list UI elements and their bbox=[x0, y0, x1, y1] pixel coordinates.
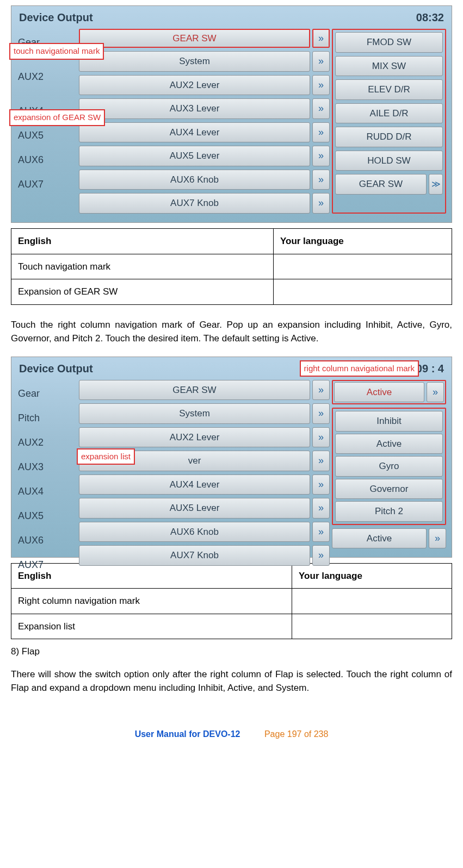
label-aux3: AUX3 bbox=[17, 457, 77, 478]
page-footer: User Manual for DEVO-12 Page 197 of 238 bbox=[11, 728, 452, 741]
td-right-col-nav: Right column navigation mark bbox=[11, 589, 292, 614]
btn-aux5-lever[interactable]: AUX5 Lever bbox=[79, 146, 310, 166]
chevron-icon[interactable]: » bbox=[312, 474, 330, 495]
btn-system[interactable]: System bbox=[79, 403, 310, 424]
label-aux6: AUX6 bbox=[17, 149, 77, 171]
label-aux4: AUX4 bbox=[17, 481, 77, 502]
td-empty bbox=[292, 614, 452, 639]
exp-governor[interactable]: Governor bbox=[335, 479, 443, 499]
chevron-icon[interactable]: » bbox=[312, 193, 330, 214]
btn-active-top[interactable]: Active bbox=[334, 382, 424, 403]
label-aux2: AUX2 bbox=[17, 432, 77, 453]
chevron-icon[interactable]: » bbox=[312, 75, 330, 96]
btn-aux4-lever[interactable]: AUX4 Lever bbox=[79, 122, 310, 143]
label-aux7: AUX7 bbox=[17, 174, 77, 195]
callout-expansion-gear: expansion of GEAR SW bbox=[9, 109, 105, 126]
scroll-down-icon[interactable]: ≫ bbox=[429, 174, 443, 195]
clock: 09 : 4 bbox=[416, 360, 444, 377]
chevron-icon[interactable]: » bbox=[312, 545, 330, 566]
exp-active[interactable]: Active bbox=[335, 434, 443, 454]
paragraph-instruction-1: Touch the right column navigation mark o… bbox=[11, 318, 452, 346]
callout-touch-nav: touch navigational mark bbox=[9, 43, 104, 60]
exp-mix-sw[interactable]: MIX SW bbox=[335, 56, 443, 77]
label-aux6: AUX6 bbox=[17, 530, 77, 551]
label-aux5: AUX5 bbox=[17, 505, 77, 527]
btn-aux5-lever[interactable]: AUX5 Lever bbox=[79, 498, 310, 519]
td-empty bbox=[273, 279, 452, 305]
callout-right-col-nav: right column navigational mark bbox=[300, 360, 419, 377]
chevron-icon[interactable]: » bbox=[312, 451, 330, 471]
exp-gear-sw[interactable]: GEAR SW bbox=[335, 174, 427, 195]
chevron-icon[interactable]: » bbox=[312, 122, 330, 143]
chevron-icon[interactable]: » bbox=[312, 427, 330, 448]
chevron-icon[interactable]: » bbox=[429, 528, 446, 549]
btn-aux6-knob[interactable]: AUX6 Knob bbox=[79, 522, 310, 542]
btn-gear-sw[interactable]: GEAR SW bbox=[79, 380, 310, 401]
th-yourlang: Your language bbox=[273, 229, 452, 254]
expansion-list: FMOD SW MIX SW ELEV D/R AILE D/R RUDD D/… bbox=[332, 29, 446, 214]
chevron-icon[interactable]: » bbox=[427, 382, 444, 403]
footer-manual-title: User Manual for DEVO-12 bbox=[135, 729, 240, 739]
td-touch-nav: Touch navigation mark bbox=[11, 254, 274, 279]
th-english: English bbox=[11, 229, 274, 254]
chevron-icon[interactable]: » bbox=[312, 98, 330, 119]
clock: 08:32 bbox=[416, 9, 444, 26]
chevron-icon[interactable]: » bbox=[312, 522, 330, 542]
exp-hold-sw[interactable]: HOLD SW bbox=[335, 151, 443, 171]
exp-aile-dr[interactable]: AILE D/R bbox=[335, 103, 443, 124]
screenshot-device-output-2: Device Output 09 : 4 right column naviga… bbox=[11, 357, 452, 558]
label-aux5: AUX5 bbox=[17, 125, 77, 146]
footer-page-number: Page 197 of 238 bbox=[264, 729, 328, 739]
switch-col: GEAR SW» System» AUX2 Lever» ver» AUX4 L… bbox=[79, 380, 330, 576]
switch-col: GEAR SW» System» AUX2 Lever» AUX3 Lever»… bbox=[79, 29, 330, 214]
td-expansion-gear: Expansion of GEAR SW bbox=[11, 279, 274, 305]
btn-aux2-lever[interactable]: AUX2 Lever bbox=[79, 75, 310, 96]
btn-aux6-knob[interactable]: AUX6 Knob bbox=[79, 170, 310, 190]
label-aux2: AUX2 bbox=[17, 66, 77, 88]
title-bar: Device Output 08:32 bbox=[11, 6, 452, 27]
screenshot-device-output-1: Device Output 08:32 touch navigational m… bbox=[11, 5, 452, 223]
chevron-icon[interactable]: » bbox=[312, 170, 330, 190]
heading-8-flap: 8) Flap bbox=[11, 645, 452, 659]
window-title: Device Output bbox=[19, 9, 93, 26]
label-blank2 bbox=[17, 91, 77, 97]
btn-aux4-lever[interactable]: AUX4 Lever bbox=[79, 474, 310, 495]
chevron-icon[interactable]: » bbox=[312, 498, 330, 519]
exp-pitch2[interactable]: Pitch 2 bbox=[335, 501, 443, 522]
paragraph-instruction-2: There will show the switch option only a… bbox=[11, 667, 452, 695]
btn-gear-sw[interactable]: GEAR SW bbox=[79, 29, 310, 48]
exp-elev-dr[interactable]: ELEV D/R bbox=[335, 79, 443, 100]
exp-gyro[interactable]: Gyro bbox=[335, 456, 443, 477]
btn-active-bottom[interactable]: Active bbox=[332, 528, 427, 549]
td-expansion-list: Expansion list bbox=[11, 614, 292, 639]
btn-aux2-lever[interactable]: AUX2 Lever bbox=[79, 427, 310, 448]
btn-system[interactable]: System bbox=[79, 51, 310, 72]
td-empty bbox=[273, 254, 452, 279]
label-aux7: AUX7 bbox=[17, 554, 77, 576]
translation-table-1: EnglishYour language Touch navigation ma… bbox=[11, 228, 452, 305]
exp-rudd-dr[interactable]: RUDD D/R bbox=[335, 127, 443, 147]
chevron-icon[interactable]: » bbox=[312, 29, 330, 48]
btn-aux3-lever[interactable]: AUX3 Lever bbox=[79, 98, 310, 119]
right-col: Active» Inhibit Active Gyro Governor Pit… bbox=[332, 380, 446, 576]
callout-expansion-list: expansion list bbox=[77, 448, 135, 465]
exp-inhibit[interactable]: Inhibit bbox=[335, 411, 443, 432]
label-gear: Gear bbox=[17, 383, 77, 404]
chevron-icon[interactable]: » bbox=[312, 51, 330, 72]
label-pitch: Pitch bbox=[17, 408, 77, 429]
btn-aux7-knob[interactable]: AUX7 Knob bbox=[79, 545, 310, 566]
channel-labels-col: Gear Pitch AUX2 AUX3 AUX4 AUX5 AUX6 AUX7 bbox=[17, 380, 77, 576]
chevron-icon[interactable]: » bbox=[312, 146, 330, 166]
td-empty bbox=[292, 589, 452, 614]
chevron-icon[interactable]: » bbox=[312, 380, 330, 401]
chevron-icon[interactable]: » bbox=[312, 403, 330, 424]
exp-fmod-sw[interactable]: FMOD SW bbox=[335, 32, 443, 53]
window-title: Device Output bbox=[19, 360, 93, 377]
btn-aux7-knob[interactable]: AUX7 Knob bbox=[79, 193, 310, 214]
